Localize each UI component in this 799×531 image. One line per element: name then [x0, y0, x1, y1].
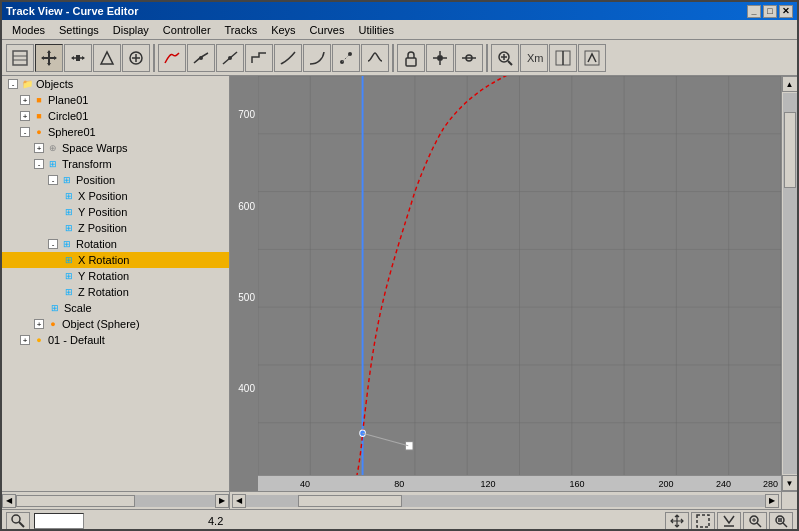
status-bar: 75 4.2 [2, 509, 797, 531]
menu-controller[interactable]: Controller [157, 22, 217, 38]
svg-line-59 [19, 522, 24, 527]
curve-hscroll[interactable]: ◀ ▶ [230, 492, 781, 509]
zoomtool-icon [747, 513, 763, 529]
scroll-thumb-v[interactable] [784, 112, 796, 188]
tree-item-zposition[interactable]: ⊞ Z Position [2, 220, 229, 236]
tree-item-position[interactable]: - ⊞ Position [2, 172, 229, 188]
toolbar-filters-btn[interactable] [6, 44, 34, 72]
hscroll-left-btn[interactable]: ◀ [2, 494, 16, 508]
menu-modes[interactable]: Modes [6, 22, 51, 38]
toolbar-sep-2 [392, 44, 394, 72]
expand-spacewarps[interactable]: + [34, 143, 44, 153]
fence-btn[interactable] [717, 512, 741, 530]
menu-keys[interactable]: Keys [265, 22, 301, 38]
toolbar-draw-btn[interactable] [158, 44, 186, 72]
expand-objects[interactable]: - [8, 79, 18, 89]
scroll-down-btn[interactable]: ▼ [782, 475, 798, 491]
hscroll-right-btn[interactable]: ▶ [215, 494, 229, 508]
expand-objsphere[interactable]: + [34, 319, 44, 329]
zoomtool-btn[interactable] [743, 512, 767, 530]
y-label-600: 600 [238, 201, 255, 212]
tree-item-objsphere[interactable]: + ● Object (Sphere) [2, 316, 229, 332]
title-bar-controls: _ □ ✕ [747, 5, 793, 18]
zoom-icon-btn[interactable] [6, 512, 30, 530]
pan-btn[interactable] [665, 512, 689, 530]
svg-line-57 [363, 433, 409, 446]
toolbar-break-btn[interactable] [426, 44, 454, 72]
svg-point-15 [228, 56, 232, 60]
toolbar-step-btn[interactable] [245, 44, 273, 72]
menu-curves[interactable]: Curves [304, 22, 351, 38]
toolbar-scale-btn[interactable] [93, 44, 121, 72]
ruler-label-280: 280 [763, 479, 778, 489]
tree-item-circle01[interactable]: + ■ Circle01 [2, 108, 229, 124]
vertical-scrollbar[interactable]: ▲ ▼ [781, 76, 797, 491]
menu-settings[interactable]: Settings [53, 22, 105, 38]
svg-rect-60 [697, 515, 709, 527]
menu-display[interactable]: Display [107, 22, 155, 38]
hscroll-thumb[interactable] [16, 495, 135, 507]
expand-plane01[interactable]: + [20, 95, 30, 105]
tree-item-spacewarps[interactable]: + ⊕ Space Warps [2, 140, 229, 156]
minimize-button[interactable]: _ [747, 5, 761, 18]
toolbar-linear-btn[interactable] [216, 44, 244, 72]
tree-item-sphere01[interactable]: - ● Sphere01 [2, 124, 229, 140]
curve-hscroll-right-btn[interactable]: ▶ [765, 494, 779, 508]
ruler: 40 80 120 160 200 240 280 [258, 475, 781, 491]
tree-item-objects[interactable]: - 📁 Objects [2, 76, 229, 92]
menu-utilities[interactable]: Utilities [352, 22, 399, 38]
svg-point-13 [199, 56, 203, 60]
toolbar-custom-btn[interactable] [332, 44, 360, 72]
zoom-icon [11, 514, 25, 528]
toolbar-zoom-selected-btn[interactable] [491, 44, 519, 72]
toolbar-move-btn[interactable] [35, 44, 63, 72]
tree-item-plane01[interactable]: + ■ Plane01 [2, 92, 229, 108]
obj-icon: ■ [32, 93, 46, 107]
toolbar-unify-btn[interactable] [455, 44, 483, 72]
expand-default[interactable]: + [20, 335, 30, 345]
toolbar-lock-btn[interactable] [397, 44, 425, 72]
tree-item-xposition[interactable]: ⊞ X Position [2, 188, 229, 204]
region-zoom-btn[interactable] [769, 512, 793, 530]
expand-rotation[interactable]: - [48, 239, 58, 249]
toolbar-tcb-btn[interactable] [361, 44, 389, 72]
toolbar-slow-btn[interactable] [303, 44, 331, 72]
toolbar-zoom-x-btn[interactable]: Xm [520, 44, 548, 72]
tree-hscroll[interactable]: ◀ ▶ [2, 492, 230, 509]
sw-icon: ⊕ [46, 141, 60, 155]
y-label-500: 500 [238, 292, 255, 303]
tree-item-yrotation[interactable]: ⊞ Y Rotation [2, 268, 229, 284]
expand-sphere01[interactable]: - [20, 127, 30, 137]
axis-icon-z: ⊞ [62, 221, 76, 235]
tree-item-default[interactable]: + ● 01 - Default [2, 332, 229, 348]
tree-item-zrotation[interactable]: ⊞ Z Rotation [2, 284, 229, 300]
toolbar-addkey-btn[interactable] [122, 44, 150, 72]
tree-item-xrotation[interactable]: ⊞ X Rotation [2, 252, 229, 268]
mat-icon: ● [32, 333, 46, 347]
tree-item-yposition[interactable]: ⊞ Y Position [2, 204, 229, 220]
maximize-button[interactable]: □ [763, 5, 777, 18]
menu-tracks[interactable]: Tracks [219, 22, 264, 38]
tree-item-rotation[interactable]: - ⊞ Rotation [2, 236, 229, 252]
select-btn[interactable] [691, 512, 715, 530]
svg-line-67 [783, 523, 787, 527]
zoom-value-input[interactable]: 75 [34, 513, 84, 529]
tree-scroll[interactable]: - 📁 Objects + ■ Plane01 + ■ Circle01 [2, 76, 229, 491]
toolbar-fast-btn[interactable] [274, 44, 302, 72]
expand-circle01[interactable]: + [20, 111, 30, 121]
curve-hscroll-thumb[interactable] [298, 495, 402, 507]
curve-hscroll-left-btn[interactable]: ◀ [232, 494, 246, 508]
toolbar-slide-btn[interactable] [64, 44, 92, 72]
expand-position[interactable]: - [48, 175, 58, 185]
curve-canvas-wrapper[interactable]: 40 80 120 160 200 240 280 [258, 76, 781, 491]
toolbar-zoom-fit-btn[interactable] [578, 44, 606, 72]
expand-transform[interactable]: - [34, 159, 44, 169]
tree-item-scale[interactable]: ⊞ Scale [2, 300, 229, 316]
scroll-up-btn[interactable]: ▲ [782, 76, 798, 92]
toolbar-zoom-y-btn[interactable] [549, 44, 577, 72]
tree-item-transform[interactable]: - ⊞ Transform [2, 156, 229, 172]
axis-icon-yr: ⊞ [62, 269, 76, 283]
close-button[interactable]: ✕ [779, 5, 793, 18]
curve-canvas[interactable] [258, 76, 781, 491]
toolbar-smooth-btn[interactable] [187, 44, 215, 72]
